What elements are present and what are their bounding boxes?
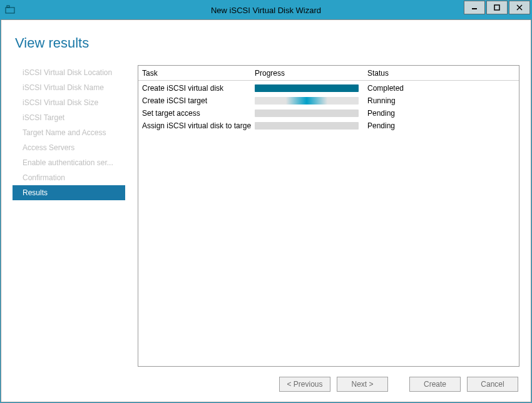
table-row: Create iSCSI virtual disk Completed — [138, 82, 519, 94]
minimize-button[interactable] — [464, 1, 485, 14]
progress-bar — [255, 122, 359, 130]
step-target: iSCSI Target — [13, 110, 125, 125]
content-area: View results iSCSI Virtual Disk Location… — [1, 20, 531, 367]
progress-cell — [251, 122, 364, 130]
cancel-button[interactable]: Cancel — [467, 377, 518, 392]
body-columns: iSCSI Virtual Disk Location iSCSI Virtua… — [13, 65, 519, 367]
task-cell: Assign iSCSI virtual disk to target — [138, 121, 251, 130]
progress-cell — [251, 110, 364, 117]
svg-rect-0 — [6, 8, 14, 13]
next-button[interactable]: Next > — [337, 377, 388, 392]
page-heading: View results — [15, 35, 517, 51]
table-row: Create iSCSI target Running — [138, 94, 519, 107]
window-title: New iSCSI Virtual Disk Wizard — [1, 6, 531, 15]
status-cell: Completed — [364, 84, 519, 93]
col-header-status[interactable]: Status — [364, 69, 519, 78]
title-bar: New iSCSI Virtual Disk Wizard — [1, 1, 531, 19]
task-cell: Create iSCSI target — [138, 96, 251, 105]
wizard-body: View results iSCSI Virtual Disk Location… — [1, 19, 531, 402]
create-button[interactable]: Create — [409, 377, 461, 392]
close-button[interactable] — [509, 1, 530, 14]
status-cell: Pending — [364, 121, 519, 130]
step-name: iSCSI Virtual Disk Name — [13, 80, 125, 95]
task-cell: Create iSCSI virtual disk — [138, 84, 251, 93]
svg-rect-3 — [494, 5, 499, 10]
step-confirmation: Confirmation — [13, 170, 125, 185]
col-header-task[interactable]: Task — [138, 69, 251, 78]
progress-cell — [251, 84, 364, 92]
progress-bar-indeterminate — [255, 97, 359, 105]
table-row: Set target access Pending — [138, 107, 519, 120]
wizard-window: New iSCSI Virtual Disk Wizard View resul… — [0, 0, 532, 403]
app-icon — [1, 5, 19, 15]
results-header-row: Task Progress Status — [138, 66, 519, 81]
svg-rect-1 — [7, 6, 9, 8]
step-results: Results — [13, 185, 125, 200]
window-controls — [464, 1, 531, 19]
status-cell: Running — [364, 96, 519, 105]
progress-bar — [255, 110, 359, 117]
task-cell: Set target access — [138, 109, 251, 118]
wizard-steps-sidebar: iSCSI Virtual Disk Location iSCSI Virtua… — [13, 65, 125, 367]
table-row: Assign iSCSI virtual disk to target Pend… — [138, 120, 519, 132]
previous-button[interactable]: < Previous — [279, 377, 330, 392]
wizard-footer: < Previous Next > Create Cancel — [1, 367, 531, 402]
step-authentication: Enable authentication ser... — [13, 155, 125, 170]
col-header-progress[interactable]: Progress — [251, 69, 364, 78]
results-rows: Create iSCSI virtual disk Completed Crea… — [138, 81, 519, 132]
results-panel: Task Progress Status Create iSCSI virtua… — [138, 65, 519, 367]
progress-cell — [251, 97, 364, 105]
step-target-name: Target Name and Access — [13, 125, 125, 140]
progress-bar — [255, 84, 359, 92]
maximize-button[interactable] — [486, 1, 508, 14]
step-size: iSCSI Virtual Disk Size — [13, 95, 125, 110]
step-location: iSCSI Virtual Disk Location — [13, 65, 125, 80]
step-access-servers: Access Servers — [13, 140, 125, 155]
status-cell: Pending — [364, 109, 519, 118]
